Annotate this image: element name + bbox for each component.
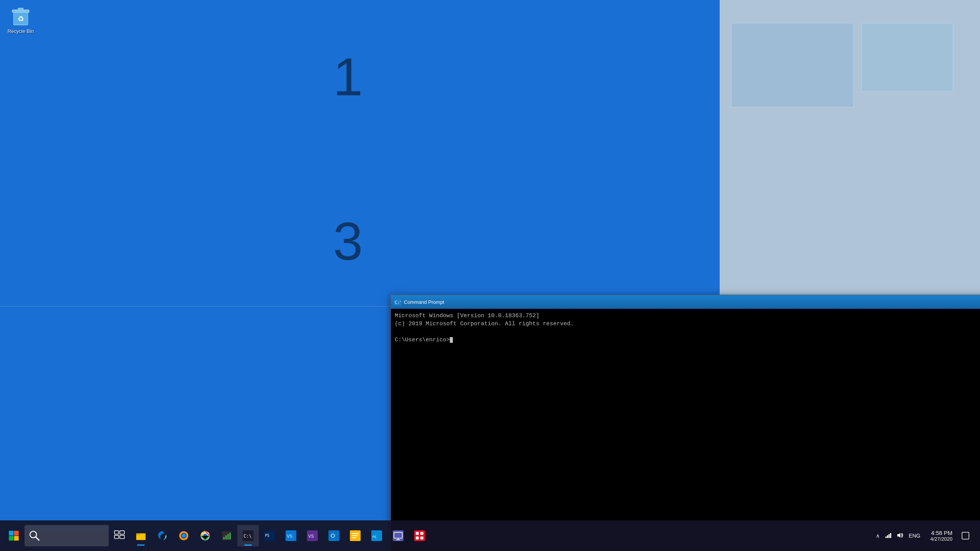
svg-rect-55	[887, 535, 888, 538]
file-explorer-icon	[136, 530, 146, 541]
taskbar-notes[interactable]	[345, 525, 366, 546]
svg-rect-8	[9, 536, 13, 541]
taskbar-apps-grid[interactable]	[409, 525, 430, 546]
cmd-cursor	[450, 337, 453, 343]
system-tray: ∧ ENG	[874, 520, 980, 551]
svg-rect-25	[223, 537, 224, 539]
edge-icon	[157, 530, 168, 541]
taskbar-chrome[interactable]	[194, 525, 216, 546]
cmd-line1: Microsoft Windows [Version 10.0.18363.75…	[395, 312, 980, 320]
svg-rect-52	[416, 536, 419, 540]
powershell-icon: PS	[264, 530, 275, 541]
svg-rect-57	[890, 533, 891, 538]
recycle-bin-icon[interactable]: ♻ Recycle Bin	[5, 5, 36, 34]
svg-marker-58	[897, 533, 900, 538]
file-explorer-indicator	[137, 544, 145, 546]
svg-rect-51	[420, 532, 423, 535]
svg-rect-42	[352, 537, 356, 538]
tray-network-icon[interactable]	[884, 530, 893, 541]
rdp-icon	[393, 530, 403, 541]
azure-icon: Az	[371, 530, 382, 541]
cmd-title-text: Command Prompt	[404, 299, 980, 305]
svg-rect-12	[114, 531, 119, 534]
taskbar-cmd-active[interactable]: C:\	[237, 525, 259, 546]
taskbar-edge[interactable]	[152, 525, 173, 546]
svg-rect-27	[227, 534, 229, 540]
svg-rect-26	[225, 535, 227, 540]
chrome-icon	[200, 530, 211, 541]
monitor2	[720, 0, 980, 306]
cmd-body[interactable]: Microsoft Windows [Version 10.0.18363.75…	[391, 309, 980, 551]
svg-rect-54	[885, 536, 887, 538]
thumbnail-window-2	[861, 23, 953, 92]
desktop-number-1: 1	[333, 46, 363, 108]
tray-chevron-button[interactable]: ∧	[874, 531, 882, 540]
svg-text:C:\: C:\	[243, 533, 252, 539]
apps-grid-icon	[414, 530, 425, 541]
svg-rect-56	[889, 534, 890, 538]
svg-text:PS: PS	[265, 533, 270, 538]
clock-date: 4/27/2020	[930, 536, 952, 542]
tray-language[interactable]: ENG	[906, 533, 923, 539]
taskbar-task-manager[interactable]	[216, 525, 237, 546]
svg-text:C:\: C:\	[395, 300, 401, 305]
start-button[interactable]	[3, 525, 24, 546]
notification-center-button[interactable]	[957, 525, 974, 546]
clock-time: 4:58 PM	[931, 530, 952, 536]
svg-rect-17	[136, 535, 145, 540]
taskbar-rdp[interactable]	[387, 525, 409, 546]
svg-rect-9	[14, 536, 19, 541]
svg-rect-53	[420, 536, 423, 540]
svg-text:♻: ♻	[18, 15, 24, 23]
desktop: 1 3 ♻ Recycle Bin C:\ Command Prompt —	[0, 0, 980, 551]
taskbar-search[interactable]	[24, 525, 109, 546]
taskbar-outlook[interactable]: O	[323, 525, 345, 546]
svg-text:VS: VS	[287, 534, 292, 538]
thumbnail-window-1	[731, 23, 854, 107]
desktop-divider	[0, 306, 390, 306]
cmd-icon-taskbar: C:\	[243, 530, 253, 541]
svg-rect-40	[352, 533, 358, 534]
svg-rect-59	[962, 532, 969, 539]
cmd-title-icon: C:\	[394, 298, 401, 305]
clock[interactable]: 4:58 PM 4/27/2020	[927, 530, 956, 542]
svg-text:Az: Az	[372, 534, 376, 538]
taskbar-file-explorer[interactable]	[130, 525, 152, 546]
svg-rect-49	[414, 530, 425, 541]
firefox-icon	[178, 530, 189, 541]
notes-icon	[350, 530, 361, 541]
search-icon	[29, 530, 40, 541]
taskbar-azure[interactable]: Az	[366, 525, 387, 546]
svg-rect-28	[230, 533, 231, 539]
cmd-line3: C:\Users\enrico>	[395, 336, 980, 344]
svg-rect-41	[352, 535, 358, 536]
taskbar-powershell[interactable]: PS	[259, 525, 280, 546]
recycle-bin-svg: ♻	[10, 5, 31, 27]
svg-rect-15	[120, 535, 124, 539]
taskview-icon	[114, 530, 125, 541]
task-manager-icon	[221, 530, 232, 541]
outlook-icon: O	[328, 530, 339, 541]
svg-point-21	[182, 534, 186, 538]
cmd-running-indicator	[244, 544, 252, 546]
taskbar-firefox[interactable]	[173, 525, 194, 546]
taskbar-vscode[interactable]: VS	[302, 525, 323, 546]
svg-rect-6	[9, 531, 13, 535]
svg-text:O: O	[330, 532, 335, 539]
tray-volume-icon[interactable]	[895, 530, 905, 541]
svg-rect-13	[120, 531, 124, 534]
cmd-window[interactable]: C:\ Command Prompt — □ ✕ Microsoft Windo…	[390, 295, 980, 551]
taskbar-vscode-blue[interactable]: VS	[280, 525, 302, 546]
svg-rect-14	[114, 535, 119, 539]
svg-rect-50	[416, 532, 419, 535]
taskbar: C:\ PS VS VS	[0, 520, 980, 551]
task-view-button[interactable]	[109, 525, 130, 546]
cmd-line2: (c) 2019 Microsoft Corporation. All righ…	[395, 320, 980, 328]
recycle-bin-label: Recycle Bin	[8, 28, 34, 34]
notification-icon	[962, 532, 969, 540]
svg-rect-18	[136, 533, 140, 535]
desktop-number-3: 3	[333, 210, 363, 272]
windows-icon	[8, 530, 19, 541]
cmd-titlebar[interactable]: C:\ Command Prompt — □ ✕	[391, 295, 980, 309]
svg-point-10	[30, 531, 36, 538]
